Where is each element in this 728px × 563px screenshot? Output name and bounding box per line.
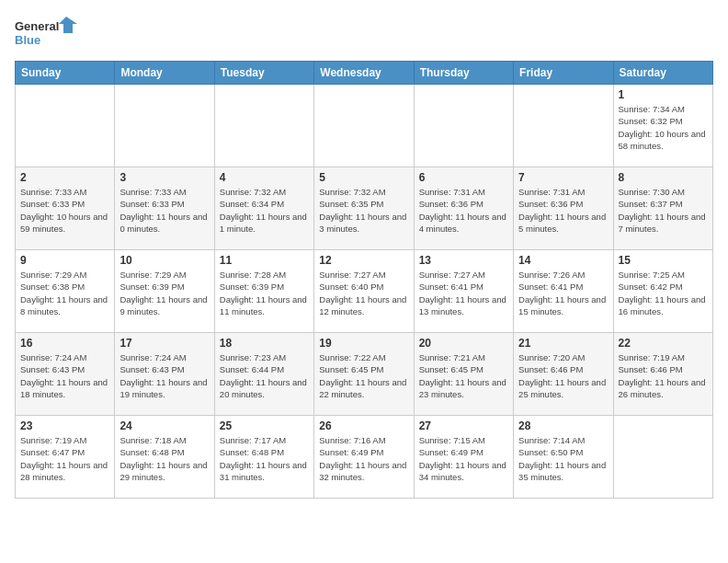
calendar-week-row: 16Sunrise: 7:24 AM Sunset: 6:43 PM Dayli… [16,333,713,416]
day-info: Sunrise: 7:22 AM Sunset: 6:45 PM Dayligh… [319,351,408,400]
calendar-week-row: 23Sunrise: 7:19 AM Sunset: 6:47 PM Dayli… [16,416,713,499]
calendar-cell: 6Sunrise: 7:31 AM Sunset: 6:36 PM Daylig… [414,167,513,250]
calendar-cell: 28Sunrise: 7:14 AM Sunset: 6:50 PM Dayli… [514,416,613,499]
calendar-cell: 19Sunrise: 7:22 AM Sunset: 6:45 PM Dayli… [314,333,414,416]
svg-marker-2 [59,17,77,33]
day-number: 20 [419,337,508,350]
day-info: Sunrise: 7:30 AM Sunset: 6:37 PM Dayligh… [619,186,708,235]
day-number: 11 [220,254,309,267]
day-info: Sunrise: 7:19 AM Sunset: 6:47 PM Dayligh… [20,434,109,483]
calendar-cell [16,85,115,167]
day-number: 28 [518,419,608,432]
day-number: 23 [20,419,109,432]
calendar-cell [214,85,313,167]
day-header-sunday: Sunday [16,62,115,85]
day-info: Sunrise: 7:32 AM Sunset: 6:35 PM Dayligh… [319,186,408,235]
day-number: 13 [419,254,508,267]
calendar-cell: 14Sunrise: 7:26 AM Sunset: 6:41 PM Dayli… [514,250,613,333]
day-number: 15 [619,254,708,267]
calendar-cell: 11Sunrise: 7:28 AM Sunset: 6:39 PM Dayli… [214,250,313,333]
calendar-cell: 24Sunrise: 7:18 AM Sunset: 6:48 PM Dayli… [115,416,214,499]
day-header-wednesday: Wednesday [314,62,414,85]
calendar-cell: 10Sunrise: 7:29 AM Sunset: 6:39 PM Dayli… [115,250,214,333]
calendar-cell: 7Sunrise: 7:31 AM Sunset: 6:36 PM Daylig… [514,167,613,250]
calendar-cell: 13Sunrise: 7:27 AM Sunset: 6:41 PM Dayli… [414,250,513,333]
calendar-cell: 16Sunrise: 7:24 AM Sunset: 6:43 PM Dayli… [16,333,115,416]
day-number: 26 [319,419,408,432]
calendar-cell: 17Sunrise: 7:24 AM Sunset: 6:43 PM Dayli… [115,333,214,416]
day-header-thursday: Thursday [414,62,513,85]
calendar-week-row: 2Sunrise: 7:33 AM Sunset: 6:33 PM Daylig… [16,167,713,250]
day-number: 2 [20,171,109,184]
day-number: 10 [119,254,209,267]
calendar-cell: 22Sunrise: 7:19 AM Sunset: 6:46 PM Dayli… [613,333,712,416]
calendar-cell: 1Sunrise: 7:34 AM Sunset: 6:32 PM Daylig… [613,85,712,167]
day-number: 21 [518,337,608,350]
day-info: Sunrise: 7:31 AM Sunset: 6:36 PM Dayligh… [419,186,508,235]
calendar-cell: 12Sunrise: 7:27 AM Sunset: 6:40 PM Dayli… [314,250,414,333]
day-info: Sunrise: 7:32 AM Sunset: 6:34 PM Dayligh… [220,186,309,235]
page-header: General Blue [15,15,713,52]
logo: General Blue [15,15,79,52]
day-info: Sunrise: 7:18 AM Sunset: 6:48 PM Dayligh… [119,434,209,483]
day-number: 1 [619,88,708,101]
day-number: 7 [518,171,608,184]
day-number: 16 [20,337,109,350]
day-info: Sunrise: 7:23 AM Sunset: 6:44 PM Dayligh… [220,351,309,400]
calendar-cell: 20Sunrise: 7:21 AM Sunset: 6:45 PM Dayli… [414,333,513,416]
day-number: 14 [518,254,608,267]
calendar-cell: 26Sunrise: 7:16 AM Sunset: 6:49 PM Dayli… [314,416,414,499]
day-number: 19 [319,337,408,350]
svg-text:Blue: Blue [15,33,40,47]
calendar-cell: 23Sunrise: 7:19 AM Sunset: 6:47 PM Dayli… [16,416,115,499]
day-info: Sunrise: 7:15 AM Sunset: 6:49 PM Dayligh… [419,434,508,483]
svg-text:General: General [15,19,59,33]
day-info: Sunrise: 7:21 AM Sunset: 6:45 PM Dayligh… [419,351,508,400]
day-number: 8 [619,171,708,184]
day-info: Sunrise: 7:24 AM Sunset: 6:43 PM Dayligh… [20,351,109,400]
day-number: 27 [419,419,508,432]
calendar-cell: 2Sunrise: 7:33 AM Sunset: 6:33 PM Daylig… [16,167,115,250]
day-number: 24 [119,419,209,432]
day-info: Sunrise: 7:33 AM Sunset: 6:33 PM Dayligh… [20,186,109,235]
day-info: Sunrise: 7:25 AM Sunset: 6:42 PM Dayligh… [619,269,708,317]
calendar-cell [314,85,414,167]
day-number: 18 [220,337,309,350]
calendar-cell: 27Sunrise: 7:15 AM Sunset: 6:49 PM Dayli… [414,416,513,499]
day-info: Sunrise: 7:16 AM Sunset: 6:49 PM Dayligh… [319,434,408,483]
calendar-week-row: 1Sunrise: 7:34 AM Sunset: 6:32 PM Daylig… [16,85,713,167]
calendar-cell: 25Sunrise: 7:17 AM Sunset: 6:48 PM Dayli… [214,416,313,499]
calendar-cell: 9Sunrise: 7:29 AM Sunset: 6:38 PM Daylig… [16,250,115,333]
day-header-tuesday: Tuesday [214,62,313,85]
day-number: 25 [220,419,309,432]
day-number: 5 [319,171,408,184]
day-number: 22 [619,337,708,350]
calendar-cell [613,416,712,499]
day-info: Sunrise: 7:29 AM Sunset: 6:39 PM Dayligh… [119,269,209,317]
day-info: Sunrise: 7:17 AM Sunset: 6:48 PM Dayligh… [220,434,309,483]
day-number: 3 [119,171,209,184]
calendar-cell: 3Sunrise: 7:33 AM Sunset: 6:33 PM Daylig… [115,167,214,250]
calendar-cell [514,85,613,167]
day-info: Sunrise: 7:14 AM Sunset: 6:50 PM Dayligh… [518,434,608,483]
day-header-friday: Friday [514,62,613,85]
day-header-monday: Monday [115,62,214,85]
calendar-cell [414,85,513,167]
day-number: 12 [319,254,408,267]
day-info: Sunrise: 7:33 AM Sunset: 6:33 PM Dayligh… [119,186,209,235]
calendar-cell: 18Sunrise: 7:23 AM Sunset: 6:44 PM Dayli… [214,333,313,416]
day-info: Sunrise: 7:28 AM Sunset: 6:39 PM Dayligh… [220,269,309,317]
day-info: Sunrise: 7:24 AM Sunset: 6:43 PM Dayligh… [119,351,209,400]
day-info: Sunrise: 7:19 AM Sunset: 6:46 PM Dayligh… [619,351,708,400]
day-info: Sunrise: 7:31 AM Sunset: 6:36 PM Dayligh… [518,186,608,235]
day-number: 4 [220,171,309,184]
calendar-week-row: 9Sunrise: 7:29 AM Sunset: 6:38 PM Daylig… [16,250,713,333]
day-info: Sunrise: 7:26 AM Sunset: 6:41 PM Dayligh… [518,269,608,317]
day-number: 17 [119,337,209,350]
calendar-cell [115,85,214,167]
logo-svg: General Blue [15,15,79,52]
day-header-saturday: Saturday [613,62,712,85]
day-info: Sunrise: 7:27 AM Sunset: 6:41 PM Dayligh… [419,269,508,317]
calendar-cell: 4Sunrise: 7:32 AM Sunset: 6:34 PM Daylig… [214,167,313,250]
day-number: 9 [20,254,109,267]
